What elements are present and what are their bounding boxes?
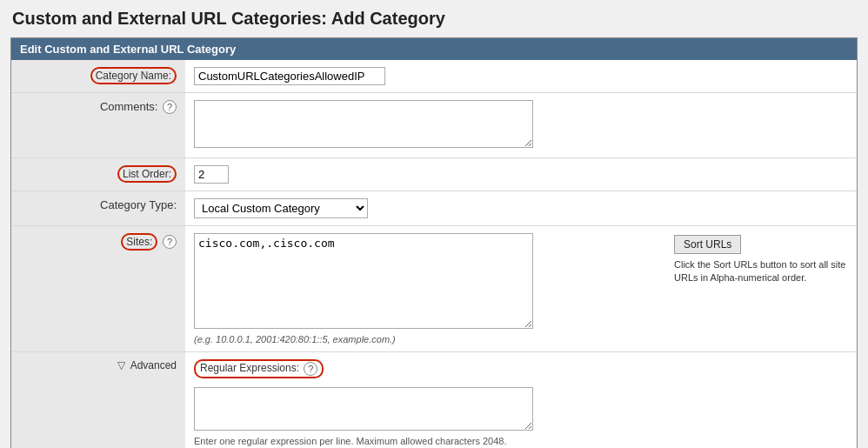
list-order-row: List Order: [11, 158, 857, 191]
comments-label-cell: Comments: ? [11, 93, 185, 158]
list-order-label-cell: List Order: [11, 158, 185, 191]
category-name-label: Category Name: [90, 67, 177, 84]
comments-row: Comments: ? [11, 93, 857, 158]
page-wrapper: Custom and External URL Categories: Add … [0, 0, 868, 448]
sites-row: Sites: ? cisco.com,.cisco.com (e.g. 10.0… [11, 226, 857, 352]
category-name-label-cell: Category Name: [11, 60, 185, 93]
sites-content: cisco.com,.cisco.com (e.g. 10.0.0.1, 200… [194, 233, 848, 344]
advanced-value-cell: Regular Expressions: ? Enter one regular… [185, 352, 857, 449]
category-type-label-cell: Category Type: [11, 191, 185, 226]
regex-input-area [194, 387, 848, 433]
category-type-label: Category Type: [100, 198, 177, 211]
category-name-value-cell [185, 60, 857, 93]
page-title: Custom and External URL Categories: Add … [10, 9, 858, 29]
regex-label-text: Regular Expressions: [200, 362, 299, 374]
regex-textarea[interactable] [194, 387, 533, 431]
comments-label: Comments: [100, 100, 157, 113]
regex-hint: Enter one regular expression per line. M… [194, 436, 848, 446]
advanced-label: Advanced [130, 359, 177, 371]
sort-help-text: Click the Sort URLs button to sort all s… [674, 258, 848, 285]
category-type-row: Category Type: Local Custom Category Ext… [11, 191, 857, 226]
regex-label-wrap-container: Regular Expressions: ? [194, 359, 848, 383]
advanced-label-cell: ▽ Advanced [11, 352, 185, 449]
category-name-row: Category Name: [11, 60, 857, 93]
category-type-value-cell: Local Custom Category External Live Feed [185, 191, 857, 226]
sites-help-icon[interactable]: ? [163, 235, 177, 249]
advanced-triangle-icon: ▽ [117, 359, 125, 371]
sites-hint: (e.g. 10.0.0.1, 2001:420:80:1::5, exampl… [194, 334, 665, 344]
form-table: Category Name: Comments: ? List [11, 60, 857, 448]
sites-right: Sort URLs Click the Sort URLs button to … [674, 233, 848, 285]
regex-help-icon[interactable]: ? [304, 362, 317, 376]
advanced-row: ▽ Advanced Regular Expressions: ? Enter … [11, 352, 857, 449]
list-order-input[interactable] [194, 165, 229, 184]
list-order-label: List Order: [117, 165, 177, 183]
sites-label-cell: Sites: ? [11, 226, 185, 352]
regex-label: Regular Expressions: ? [194, 359, 324, 378]
form-panel: Edit Custom and External URL Category Ca… [10, 37, 858, 448]
sort-urls-button[interactable]: Sort URLs [674, 235, 741, 254]
sites-value-cell: cisco.com,.cisco.com (e.g. 10.0.0.1, 200… [185, 226, 857, 352]
sites-textarea[interactable]: cisco.com,.cisco.com [194, 233, 533, 329]
sites-label: Sites: [121, 233, 157, 251]
sites-left: cisco.com,.cisco.com (e.g. 10.0.0.1, 200… [194, 233, 665, 344]
comments-textarea[interactable] [194, 100, 533, 148]
comments-help-icon[interactable]: ? [163, 100, 177, 114]
comments-value-cell [185, 93, 857, 158]
category-type-select[interactable]: Local Custom Category External Live Feed [194, 198, 368, 218]
category-name-input[interactable] [194, 67, 385, 85]
panel-header: Edit Custom and External URL Category [11, 38, 857, 60]
list-order-value-cell [185, 158, 857, 191]
